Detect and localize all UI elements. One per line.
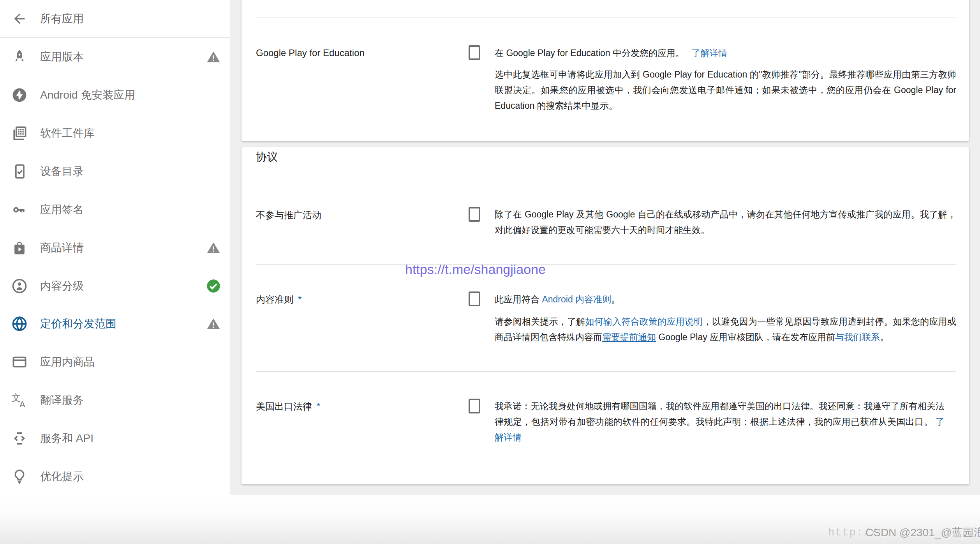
warning-icon: [206, 240, 221, 256]
education-checkbox-text: 在 Google Play for Education 中分发您的应用。 了解详…: [495, 45, 727, 61]
us-export-text: 我承诺：无论我身处何地或拥有哪国国籍，我的软件应用都遵守美国的出口法律。我还同意…: [495, 398, 945, 445]
back-label: 所有应用: [40, 11, 84, 26]
warning-icon: [206, 316, 221, 332]
android-content-guidelines-link[interactable]: Android 内容准则: [542, 294, 611, 304]
sidebar-item-device-catalog[interactable]: 设备目录: [0, 152, 230, 191]
education-checkbox[interactable]: [469, 45, 480, 60]
sidebar-item-services-api[interactable]: 服务和 API: [0, 419, 230, 457]
arrow-back-icon: [11, 10, 28, 27]
content-guidelines-label: 内容准则*: [256, 293, 301, 307]
content-guidelines-description: 请参阅相关提示，了解如何输入符合政策的应用说明，以避免因为一些常见原因导致应用遭…: [495, 314, 956, 345]
divider: [256, 18, 956, 18]
rocket-icon: [11, 48, 28, 65]
education-label: Google Play for Education: [256, 46, 365, 60]
required-asterisk: *: [298, 294, 301, 305]
sidebar-item-in-app-products[interactable]: 应用内商品: [0, 343, 230, 381]
sidebar-back-all-apps[interactable]: 所有应用: [0, 0, 230, 37]
sidebar-item-pricing-distribution[interactable]: 定价和分发范围: [0, 305, 230, 343]
services-api-icon: [11, 430, 28, 447]
divider: [256, 371, 956, 372]
csdn-user-watermark: CSDN @2301_@蓝园浪子: [865, 525, 980, 540]
globe-icon: [11, 315, 28, 332]
education-card: Google Play for Education 在 Google Play …: [241, 0, 969, 141]
complete-check-icon: [206, 278, 221, 294]
education-learn-more-link[interactable]: 了解详情: [691, 48, 727, 58]
telegram-watermark: https://t.me/shangjiaone: [405, 262, 546, 277]
us-export-label: 美国出口法律*: [256, 399, 320, 413]
warning-icon: [206, 49, 221, 65]
sidebar-item-artifact-library[interactable]: 软件工件库: [0, 114, 230, 152]
store-listing-icon: [11, 239, 28, 256]
translation-icon: 文A: [11, 392, 28, 409]
us-export-checkbox[interactable]: [469, 399, 480, 413]
instant-app-icon: [11, 87, 28, 104]
policy-description-link[interactable]: 如何输入符合政策的应用说明: [585, 316, 703, 327]
sidebar-item-content-rating[interactable]: 内容分级: [0, 267, 230, 305]
agreement-card: 协议 不参与推广活动 除了在 Google Play 及其他 Google 自己…: [241, 147, 969, 484]
sidebar-item-store-listing[interactable]: 商品详情: [0, 229, 230, 267]
artifact-library-icon: [11, 125, 28, 142]
marketing-opt-out-checkbox[interactable]: [469, 207, 480, 222]
contact-us-link[interactable]: 与我们联系: [835, 332, 880, 342]
svg-text:A: A: [19, 399, 25, 409]
divider: [256, 264, 956, 265]
device-catalog-icon: [11, 163, 28, 180]
in-app-products-icon: [11, 353, 28, 371]
content-guidelines-checkbox[interactable]: [469, 291, 480, 306]
advance-notice-link[interactable]: 需要提前通知: [602, 332, 656, 342]
lightbulb-icon: [11, 468, 28, 485]
sidebar-item-android-instant-apps[interactable]: Android 免安装应用: [0, 76, 230, 114]
sidebar-item-app-signing[interactable]: 应用签名: [0, 191, 230, 229]
required-asterisk: *: [317, 401, 320, 412]
marketing-opt-out-text: 除了在 Google Play 及其他 Google 自己的在线或移动产品中，请…: [495, 207, 956, 238]
education-description: 选中此复选框可申请将此应用加入到 Google Play for Educati…: [495, 67, 956, 113]
agreement-title: 协议: [256, 150, 278, 164]
sidebar-item-app-releases[interactable]: 应用版本: [0, 38, 230, 76]
content-guidelines-checkbox-text: 此应用符合 Android 内容准则。: [495, 291, 620, 307]
sidebar-item-optimization-tips[interactable]: 优化提示: [0, 457, 230, 496]
sidebar: 所有应用 应用版本 Android 免安装应用 软件工件库 设备目录 应用签名: [0, 0, 230, 495]
marketing-opt-out-label: 不参与推广活动: [256, 208, 321, 222]
key-icon: [11, 201, 28, 218]
content-rating-icon: [11, 277, 28, 295]
sidebar-item-translation-service[interactable]: 文A 翻译服务: [0, 381, 230, 419]
